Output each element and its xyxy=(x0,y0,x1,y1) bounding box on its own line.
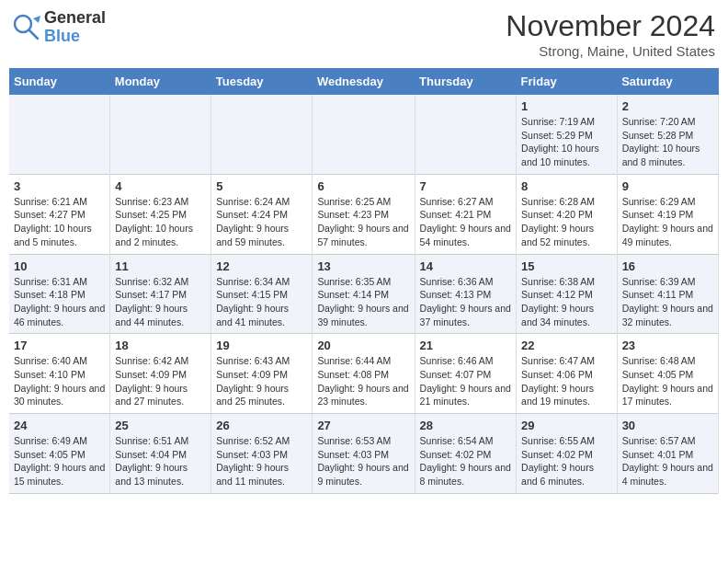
day-number: 12 xyxy=(216,259,307,273)
day-info: Sunrise: 6:39 AM Sunset: 4:11 PM Dayligh… xyxy=(622,275,713,329)
day-cell: 11Sunrise: 6:32 AM Sunset: 4:17 PM Dayli… xyxy=(110,254,211,334)
day-number: 29 xyxy=(521,419,612,432)
day-info: Sunrise: 6:44 AM Sunset: 4:08 PM Dayligh… xyxy=(317,354,409,408)
day-info: Sunrise: 6:36 AM Sunset: 4:13 PM Dayligh… xyxy=(420,275,511,329)
day-cell: 16Sunrise: 6:39 AM Sunset: 4:11 PM Dayli… xyxy=(617,254,718,334)
day-number: 1 xyxy=(521,99,612,113)
day-cell: 9Sunrise: 6:29 AM Sunset: 4:19 PM Daylig… xyxy=(617,174,718,254)
day-number: 23 xyxy=(622,339,713,352)
day-info: Sunrise: 6:24 AM Sunset: 4:24 PM Dayligh… xyxy=(216,195,307,249)
day-number: 2 xyxy=(622,99,713,113)
day-number: 21 xyxy=(420,339,511,352)
day-cell: 21Sunrise: 6:46 AM Sunset: 4:07 PM Dayli… xyxy=(415,334,516,414)
title-area: November 2024 Strong, Maine, United Stat… xyxy=(506,9,715,59)
svg-marker-2 xyxy=(33,16,40,23)
day-cell: 25Sunrise: 6:51 AM Sunset: 4:04 PM Dayli… xyxy=(110,414,211,494)
weekday-header: Friday xyxy=(517,68,618,95)
day-cell: 7Sunrise: 6:27 AM Sunset: 4:21 PM Daylig… xyxy=(415,174,516,254)
weekday-header: Thursday xyxy=(415,68,516,95)
day-info: Sunrise: 6:54 AM Sunset: 4:02 PM Dayligh… xyxy=(420,434,511,488)
weekday-header: Saturday xyxy=(617,68,718,95)
day-info: Sunrise: 6:32 AM Sunset: 4:17 PM Dayligh… xyxy=(115,275,206,329)
day-info: Sunrise: 6:23 AM Sunset: 4:25 PM Dayligh… xyxy=(115,195,206,249)
day-number: 8 xyxy=(521,179,612,193)
day-info: Sunrise: 6:34 AM Sunset: 4:15 PM Dayligh… xyxy=(216,275,307,329)
day-number: 16 xyxy=(622,259,713,273)
day-info: Sunrise: 6:40 AM Sunset: 4:10 PM Dayligh… xyxy=(14,354,105,408)
day-number: 18 xyxy=(115,339,206,352)
day-cell xyxy=(313,95,415,174)
day-info: Sunrise: 6:42 AM Sunset: 4:09 PM Dayligh… xyxy=(115,354,206,408)
logo-text: General Blue xyxy=(44,9,106,46)
weekday-header: Sunday xyxy=(9,68,110,95)
page-header: General Blue November 2024 Strong, Maine… xyxy=(9,9,719,59)
day-cell: 4Sunrise: 6:23 AM Sunset: 4:25 PM Daylig… xyxy=(110,174,211,254)
day-number: 15 xyxy=(521,259,612,273)
day-info: Sunrise: 6:52 AM Sunset: 4:03 PM Dayligh… xyxy=(216,434,307,488)
weekday-row: SundayMondayTuesdayWednesdayThursdayFrid… xyxy=(9,68,719,95)
day-cell: 29Sunrise: 6:55 AM Sunset: 4:02 PM Dayli… xyxy=(517,414,618,494)
day-info: Sunrise: 6:46 AM Sunset: 4:07 PM Dayligh… xyxy=(420,354,511,408)
day-number: 28 xyxy=(420,419,511,432)
day-cell xyxy=(110,95,211,174)
day-info: Sunrise: 6:43 AM Sunset: 4:09 PM Dayligh… xyxy=(216,354,307,408)
week-row: 17Sunrise: 6:40 AM Sunset: 4:10 PM Dayli… xyxy=(9,334,719,414)
day-cell: 24Sunrise: 6:49 AM Sunset: 4:05 PM Dayli… xyxy=(9,414,110,494)
day-info: Sunrise: 6:51 AM Sunset: 4:04 PM Dayligh… xyxy=(115,434,206,488)
day-cell: 14Sunrise: 6:36 AM Sunset: 4:13 PM Dayli… xyxy=(415,254,516,334)
day-cell: 5Sunrise: 6:24 AM Sunset: 4:24 PM Daylig… xyxy=(211,174,313,254)
day-number: 20 xyxy=(317,339,409,352)
day-cell: 1Sunrise: 7:19 AM Sunset: 5:29 PM Daylig… xyxy=(517,95,618,174)
day-cell: 2Sunrise: 7:20 AM Sunset: 5:28 PM Daylig… xyxy=(617,95,718,174)
day-info: Sunrise: 6:55 AM Sunset: 4:02 PM Dayligh… xyxy=(521,434,612,488)
day-number: 10 xyxy=(14,259,105,273)
day-cell: 6Sunrise: 6:25 AM Sunset: 4:23 PM Daylig… xyxy=(313,174,415,254)
day-info: Sunrise: 6:57 AM Sunset: 4:01 PM Dayligh… xyxy=(622,434,713,488)
day-number: 13 xyxy=(317,259,409,273)
logo-blue: Blue xyxy=(44,28,106,46)
day-info: Sunrise: 6:53 AM Sunset: 4:03 PM Dayligh… xyxy=(317,434,409,488)
day-info: Sunrise: 6:47 AM Sunset: 4:06 PM Dayligh… xyxy=(521,354,612,408)
day-info: Sunrise: 6:25 AM Sunset: 4:23 PM Dayligh… xyxy=(317,195,409,249)
day-number: 30 xyxy=(622,419,713,432)
day-info: Sunrise: 6:35 AM Sunset: 4:14 PM Dayligh… xyxy=(317,275,409,329)
day-info: Sunrise: 6:27 AM Sunset: 4:21 PM Dayligh… xyxy=(420,195,511,249)
day-cell: 13Sunrise: 6:35 AM Sunset: 4:14 PM Dayli… xyxy=(313,254,415,334)
logo-general: General xyxy=(44,9,106,28)
day-cell: 19Sunrise: 6:43 AM Sunset: 4:09 PM Dayli… xyxy=(211,334,313,414)
day-number: 3 xyxy=(14,179,105,193)
svg-line-1 xyxy=(29,30,38,39)
day-info: Sunrise: 7:19 AM Sunset: 5:29 PM Dayligh… xyxy=(521,115,612,169)
weekday-header: Tuesday xyxy=(211,68,313,95)
day-cell: 10Sunrise: 6:31 AM Sunset: 4:18 PM Dayli… xyxy=(9,254,110,334)
day-cell: 27Sunrise: 6:53 AM Sunset: 4:03 PM Dayli… xyxy=(313,414,415,494)
day-info: Sunrise: 6:21 AM Sunset: 4:27 PM Dayligh… xyxy=(14,195,105,249)
day-number: 25 xyxy=(115,419,206,432)
day-number: 24 xyxy=(14,419,105,432)
weekday-header: Monday xyxy=(110,68,211,95)
day-number: 6 xyxy=(317,179,409,193)
day-info: Sunrise: 6:31 AM Sunset: 4:18 PM Dayligh… xyxy=(14,275,105,329)
day-cell: 12Sunrise: 6:34 AM Sunset: 4:15 PM Dayli… xyxy=(211,254,313,334)
day-info: Sunrise: 6:49 AM Sunset: 4:05 PM Dayligh… xyxy=(14,434,105,488)
week-row: 1Sunrise: 7:19 AM Sunset: 5:29 PM Daylig… xyxy=(9,95,719,174)
day-info: Sunrise: 6:38 AM Sunset: 4:12 PM Dayligh… xyxy=(521,275,612,329)
day-number: 27 xyxy=(317,419,409,432)
day-cell: 8Sunrise: 6:28 AM Sunset: 4:20 PM Daylig… xyxy=(517,174,618,254)
day-number: 17 xyxy=(14,339,105,352)
weekday-header: Wednesday xyxy=(313,68,415,95)
day-cell: 26Sunrise: 6:52 AM Sunset: 4:03 PM Dayli… xyxy=(211,414,313,494)
logo: General Blue xyxy=(13,9,106,46)
day-number: 14 xyxy=(420,259,511,273)
day-cell xyxy=(415,95,516,174)
week-row: 24Sunrise: 6:49 AM Sunset: 4:05 PM Dayli… xyxy=(9,414,719,494)
day-info: Sunrise: 6:28 AM Sunset: 4:20 PM Dayligh… xyxy=(521,195,612,249)
day-info: Sunrise: 6:48 AM Sunset: 4:05 PM Dayligh… xyxy=(622,354,713,408)
day-cell: 15Sunrise: 6:38 AM Sunset: 4:12 PM Dayli… xyxy=(517,254,618,334)
day-cell: 23Sunrise: 6:48 AM Sunset: 4:05 PM Dayli… xyxy=(617,334,718,414)
day-cell: 28Sunrise: 6:54 AM Sunset: 4:02 PM Dayli… xyxy=(415,414,516,494)
day-number: 22 xyxy=(521,339,612,352)
day-number: 26 xyxy=(216,419,307,432)
day-cell xyxy=(9,95,110,174)
day-number: 5 xyxy=(216,179,307,193)
